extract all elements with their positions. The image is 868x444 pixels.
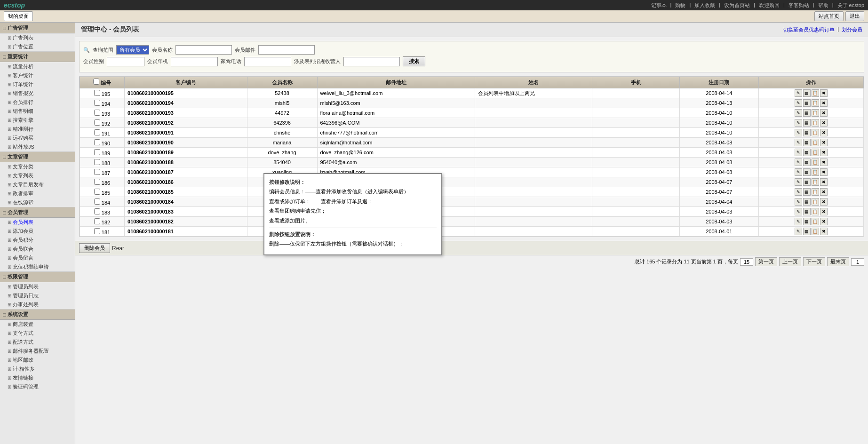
cell-check[interactable]: 183 <box>80 207 125 217</box>
row-checkbox[interactable] <box>94 110 100 116</box>
order-icon[interactable]: 📋 <box>812 149 819 156</box>
row-checkbox[interactable] <box>94 189 100 195</box>
delete-icon[interactable]: ✖ <box>820 228 828 235</box>
nav-homepage[interactable]: 设为首页站 <box>724 2 750 9</box>
delete-icon[interactable]: ✖ <box>820 89 828 97</box>
delete-member-button[interactable]: 删除会员 <box>79 243 110 253</box>
view-icon[interactable]: ▦ <box>803 139 811 146</box>
view-icon[interactable]: ▦ <box>803 109 811 117</box>
cell-check[interactable]: 184 <box>80 197 125 207</box>
delete-icon[interactable]: ✖ <box>820 208 828 215</box>
nav-welcome[interactable]: 欢迎购回 <box>759 2 780 9</box>
order-icon[interactable]: 📋 <box>812 198 819 206</box>
delete-icon[interactable]: ✖ <box>820 188 828 196</box>
cell-check[interactable]: 185 <box>80 187 125 197</box>
view-icon[interactable]: ▦ <box>803 198 811 206</box>
edit-icon[interactable]: ✎ <box>795 139 802 146</box>
delete-icon[interactable]: ✖ <box>820 109 828 117</box>
delete-icon[interactable]: ✖ <box>820 149 828 156</box>
sidebar-group-system[interactable]: □ 系统设置 <box>0 309 75 320</box>
sidebar-item-captcha[interactable]: ⊞ 验证码管理 <box>0 382 75 391</box>
sidebar-item-admin-log[interactable]: ⊞ 管理员日志 <box>0 291 75 300</box>
view-icon[interactable]: ▦ <box>803 99 811 107</box>
sidebar-item-member-points[interactable]: ⊞ 会员积分 <box>0 236 75 245</box>
order-icon[interactable]: 📋 <box>812 129 819 136</box>
sidebar-item-friendly-links[interactable]: ⊞ 友情链接 <box>0 373 75 382</box>
cell-check[interactable]: 190 <box>80 138 125 148</box>
nav-cart[interactable]: 客客购站 <box>788 2 809 9</box>
sidebar-item-search-engine[interactable]: ⊞ 搜索引擎 <box>0 116 75 125</box>
prev-page-button[interactable]: 上一页 <box>779 257 801 266</box>
member-name-input[interactable] <box>175 45 232 55</box>
cell-check[interactable]: 192 <box>80 118 125 128</box>
nav-shop[interactable]: 购物 <box>675 2 685 9</box>
sidebar-item-sales-detail[interactable]: ⊞ 销售明细 <box>0 107 75 116</box>
row-checkbox[interactable] <box>94 119 100 126</box>
sidebar-item-payment[interactable]: ⊞ 支付方式 <box>0 329 75 338</box>
gender-input[interactable] <box>107 57 144 66</box>
row-checkbox[interactable] <box>94 139 100 145</box>
view-icon[interactable]: ▦ <box>803 228 811 235</box>
tab-desktop[interactable]: 我的桌面 <box>4 11 33 21</box>
sidebar-item-traffic[interactable]: ⊞ 流量分析 <box>0 62 75 71</box>
sidebar-item-remote-purchase[interactable]: ⊞ 远程购买 <box>0 134 75 143</box>
cell-check[interactable]: 186 <box>80 177 125 187</box>
view-icon[interactable]: ▦ <box>803 178 811 186</box>
sidebar-item-admin-list[interactable]: ⊞ 管理员列表 <box>0 282 75 291</box>
cell-check[interactable]: 188 <box>80 158 125 167</box>
view-icon[interactable]: ▦ <box>803 188 811 196</box>
delete-icon[interactable]: ✖ <box>820 218 828 225</box>
view-icon[interactable]: ▦ <box>803 208 811 215</box>
member-email-input[interactable] <box>258 45 315 55</box>
edit-icon[interactable]: ✎ <box>795 89 802 97</box>
sidebar-item-online-help[interactable]: ⊞ 在线源帮 <box>0 198 75 207</box>
row-checkbox[interactable] <box>94 129 100 135</box>
order-icon[interactable]: 📋 <box>812 139 819 146</box>
sidebar-item-article-review[interactable]: ⊞ 政者排审 <box>0 189 75 198</box>
cell-check[interactable]: 195 <box>80 88 125 98</box>
delete-icon[interactable]: ✖ <box>820 99 828 107</box>
edit-icon[interactable]: ✎ <box>795 208 802 215</box>
delete-icon[interactable]: ✖ <box>820 168 828 176</box>
row-checkbox[interactable] <box>94 169 100 175</box>
sidebar-group-stats[interactable]: □ 重要统计 <box>0 51 75 62</box>
edit-icon[interactable]: ✎ <box>795 99 802 107</box>
edit-icon[interactable]: ✎ <box>795 198 802 206</box>
edit-icon[interactable]: ✎ <box>795 178 802 186</box>
order-icon[interactable]: 📋 <box>812 119 819 127</box>
order-icon[interactable]: 📋 <box>812 178 819 186</box>
cell-check[interactable]: 194 <box>80 98 125 108</box>
order-icon[interactable]: 📋 <box>812 168 819 176</box>
sidebar-item-email-config[interactable]: ⊞ 邮件服务器配置 <box>0 347 75 356</box>
sidebar-item-region[interactable]: ⊞ 地区邮政 <box>0 356 75 365</box>
sidebar-group-ads[interactable]: □ 广告管理 <box>0 23 75 33</box>
row-checkbox[interactable] <box>94 179 100 185</box>
sidebar-item-ad-list[interactable]: ⊞ 广告列表 <box>0 33 75 42</box>
edit-icon[interactable]: ✎ <box>795 149 802 156</box>
sidebar-item-customer-stats[interactable]: ⊞ 客户统计 <box>0 71 75 80</box>
order-icon[interactable]: 📋 <box>812 89 819 97</box>
edit-icon[interactable]: ✎ <box>795 228 802 235</box>
order-icon[interactable]: 📋 <box>812 99 819 107</box>
sidebar-item-member-list[interactable]: ⊞ 会员列表 <box>0 218 75 227</box>
edit-icon[interactable]: ✎ <box>795 218 802 225</box>
sidebar-item-precision[interactable]: ⊞ 精准测行 <box>0 125 75 134</box>
order-icon[interactable]: 📋 <box>812 218 819 225</box>
select-all-checkbox[interactable] <box>93 79 99 85</box>
logout-button[interactable]: 退出 <box>845 11 864 21</box>
next-page-button[interactable]: 下一页 <box>803 257 825 266</box>
sidebar-item-article-publish[interactable]: ⊞ 文章目后发布 <box>0 180 75 189</box>
delete-icon[interactable]: ✖ <box>820 159 828 166</box>
cell-check[interactable]: 191 <box>80 128 125 138</box>
row-checkbox[interactable] <box>94 100 100 106</box>
view-icon[interactable]: ▦ <box>803 119 811 127</box>
nav-bookmark[interactable]: 加入收藏 <box>694 2 715 9</box>
delete-icon[interactable]: ✖ <box>820 139 828 146</box>
sidebar-item-article-cat[interactable]: ⊞ 文章分类 <box>0 162 75 171</box>
search-range-select[interactable]: 所有会员 活跃会员 普通会员 <box>116 45 149 55</box>
edit-icon[interactable]: ✎ <box>795 188 802 196</box>
homephone-input[interactable] <box>244 57 291 66</box>
edit-icon[interactable]: ✎ <box>795 109 802 117</box>
cell-check[interactable]: 182 <box>80 217 125 227</box>
row-checkbox[interactable] <box>94 159 100 165</box>
